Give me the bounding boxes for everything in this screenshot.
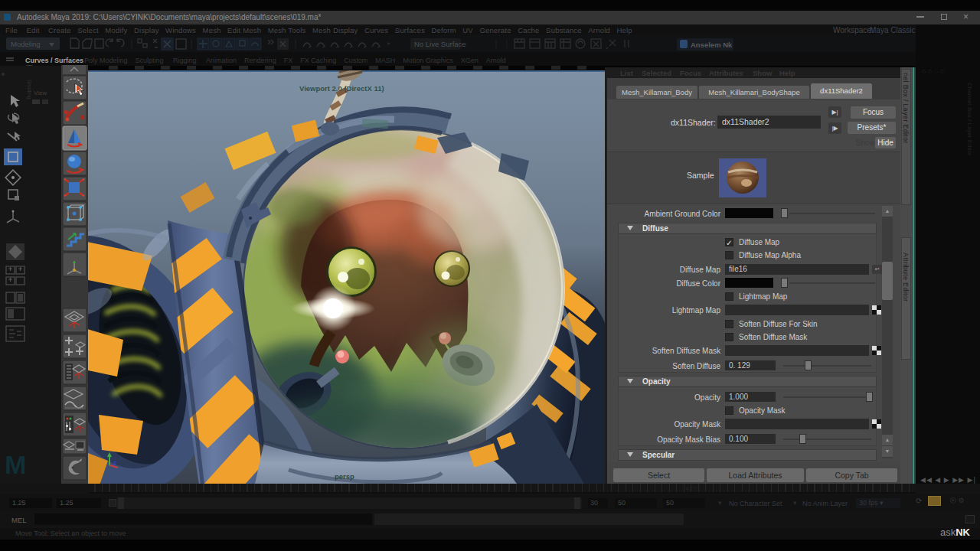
svg-text:Shading: Shading	[26, 80, 32, 99]
svg-text:View: View	[34, 90, 47, 96]
svg-text:z: z	[113, 459, 116, 466]
svg-text:Viewport 2.0 (DirectX 11): Viewport 2.0 (DirectX 11)	[299, 84, 384, 93]
svg-text:persp: persp	[335, 472, 354, 481]
